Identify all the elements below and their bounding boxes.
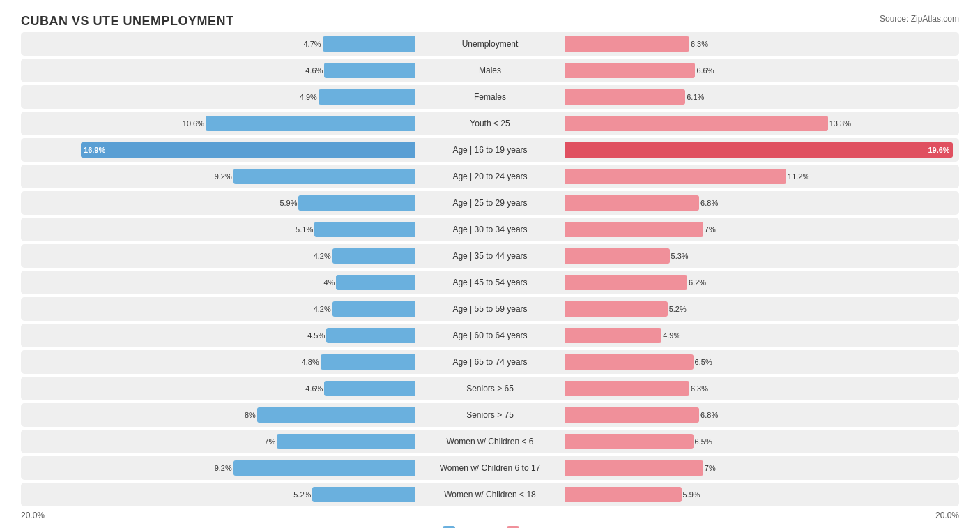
bar-row: 5.9%Age | 25 to 29 years6.8% [21,191,959,215]
center-label: Seniors > 65 [417,384,563,393]
right-section: 6.1% [563,85,959,109]
center-label: Youth < 25 [417,119,563,128]
cuban-value: 7% [264,437,275,446]
ute-value: 6.3% [691,40,708,48]
ute-bar [565,434,694,449]
chart-title: CUBAN VS UTE UNEMPLOYMENT [21,14,959,29]
bar-row: 4.9%Females6.1% [21,85,959,109]
cuban-bar [277,434,415,449]
cuban-bar [336,275,415,290]
cuban-value-highlight: 16.9% [84,146,105,154]
center-label: Males [417,66,563,75]
ute-bar [565,89,685,105]
ute-bar [565,460,703,476]
center-label: Women w/ Children < 6 [417,437,563,446]
ute-value: 5.3% [671,252,689,260]
bar-row: 5.2%Women w/ Children < 185.9% [21,483,959,506]
center-label: Age | 30 to 34 years [417,225,563,234]
ute-bar [565,195,699,211]
cuban-bar [324,381,415,396]
ute-bar [565,63,695,78]
chart-container: CUBAN VS UTE UNEMPLOYMENT Source: ZipAtl… [0,0,980,528]
bar-row: 4.8%Age | 65 to 74 years6.5% [21,350,959,374]
right-section: 6.3% [563,32,959,56]
ute-value: 6.8% [700,411,718,419]
ute-bar [565,169,786,184]
left-section: 7% [21,430,417,453]
center-label: Age | 60 to 64 years [417,331,563,340]
center-label: Seniors > 75 [417,410,563,420]
left-section: 9.2% [21,456,417,480]
axis-labels: 20.0% 20.0% [21,511,959,520]
cuban-value: 4.2% [314,252,331,260]
cuban-bar [206,116,415,131]
right-section: 6.6% [563,59,959,82]
left-section: 4% [21,271,417,294]
cuban-bar [324,63,415,78]
left-section: 10.6% [21,112,417,135]
cuban-bar [233,169,415,184]
cuban-value: 4.6% [305,66,323,75]
bar-row: 4.5%Age | 60 to 64 years4.9% [21,324,959,347]
cuban-bar [298,195,415,211]
ute-value: 7% [705,225,716,234]
bar-row: 10.6%Youth < 2513.3% [21,112,959,135]
chart-source: Source: ZipAtlas.com [880,14,959,24]
right-section: 6.8% [563,403,959,427]
right-section: 5.2% [563,297,959,321]
bar-row: 9.2%Age | 20 to 24 years11.2% [21,165,959,188]
cuban-value: 4.7% [303,40,321,48]
ute-bar [565,407,699,423]
cuban-bar [314,222,415,237]
ute-bar [565,301,668,317]
ute-bar [565,487,682,502]
right-section: 13.3% [563,112,959,135]
right-section: 6.5% [563,350,959,374]
bar-row: 4%Age | 45 to 54 years6.2% [21,271,959,294]
bar-row: 9.2%Women w/ Children 6 to 177% [21,456,959,480]
ute-value: 13.3% [829,119,851,128]
cuban-bar [332,248,415,264]
right-section: 6.3% [563,377,959,400]
right-section: 19.6% [563,138,959,162]
ute-bar: 19.6% [565,142,953,158]
left-section: 4.9% [21,85,417,109]
ute-value: 6.1% [687,93,704,101]
ute-value: 6.5% [695,358,712,366]
cuban-bar [312,487,415,502]
center-label: Age | 35 to 44 years [417,251,563,261]
ute-value: 7% [705,464,716,472]
left-section: 4.8% [21,350,417,374]
center-label: Age | 45 to 54 years [417,278,563,287]
right-section: 7% [563,218,959,241]
bar-row: 4.2%Age | 55 to 59 years5.2% [21,297,959,321]
center-label: Unemployment [417,39,563,49]
cuban-value: 4.2% [314,305,331,313]
cuban-value: 9.2% [215,464,232,472]
right-section: 5.3% [563,244,959,268]
left-section: 5.1% [21,218,417,241]
cuban-bar: 16.9% [81,142,415,158]
cuban-bar [323,36,415,52]
bar-row: 8%Seniors > 756.8% [21,403,959,427]
bar-row: 4.6%Males6.6% [21,59,959,82]
cuban-value: 4% [324,278,335,287]
ute-bar [565,354,694,370]
center-label: Age | 55 to 59 years [417,304,563,314]
center-label: Women w/ Children < 18 [417,490,563,499]
ute-value: 6.5% [695,437,712,446]
right-section: 6.5% [563,430,959,453]
ute-bar [565,328,661,343]
center-label: Women w/ Children 6 to 17 [417,463,563,473]
cuban-value: 5.9% [280,199,297,207]
center-label: Age | 65 to 74 years [417,357,563,367]
cuban-value: 5.1% [296,225,313,234]
bar-row: 4.6%Seniors > 656.3% [21,377,959,400]
ute-value: 4.9% [663,331,680,340]
left-section: 8% [21,403,417,427]
left-section: 5.9% [21,191,417,215]
left-section: 5.2% [21,483,417,506]
ute-bar [565,275,687,290]
ute-value-highlight: 19.6% [928,146,949,154]
left-section: 4.5% [21,324,417,347]
